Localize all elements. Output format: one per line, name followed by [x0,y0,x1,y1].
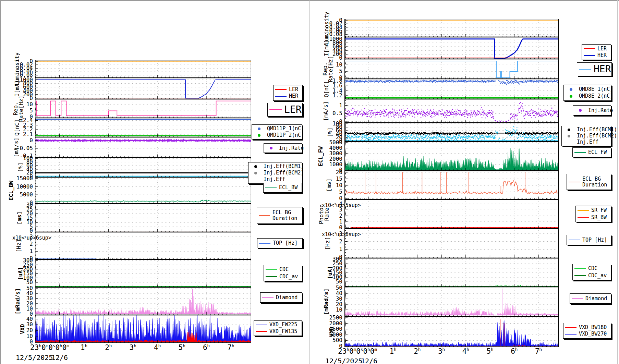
right-legend-qmd: QMD8E_1(nC)QMD8E_2(nC) [563,85,611,101]
legend-label: LER [597,46,607,52]
legend-line-marker [584,55,595,56]
legend-dot-marker [579,109,582,112]
right-legend-vxd: VXD_BW180VXD_BW270 [563,323,611,339]
legend-label: Diamond [585,296,607,302]
right-legend-ler-her: LERHER [582,44,611,60]
legend-line-marker [266,269,277,270]
date-label: 12/6 [361,357,377,364]
legend-label: Inj.Eff(BCM1) [577,127,617,133]
legend-label: VXD_FW135 [269,329,297,335]
legend-label: CDC_av [588,273,607,279]
legend-label: SR_BW [591,215,607,220]
axis-title: [%] [18,162,23,172]
x-tick-label: 4h [146,343,168,352]
legend-label: QMD11P_2(nC) [267,132,304,138]
legend-dot-marker [570,95,572,98]
legend-item: QMD11P_1(nC) [254,126,300,132]
right-plot-qnc [344,79,559,99]
left-legend-inj-eff: Inj.Eff(BCM1)Inj.Eff(BCM2)Inj.Eff [248,162,302,184]
monitoring-dashboard: 0-0.02-0.04-0.06-0.08Luminosity100080060… [0,0,619,364]
legend-no-marker [254,178,257,181]
y-tick-label: 10 [1,333,33,339]
legend-item: QMD8E_2(nC) [566,93,609,99]
legend-item: CDC [266,267,300,272]
legend-item: LER [275,87,301,93]
legend-item: Inj.Rate [266,145,300,151]
axis-title: I[mA] [324,40,329,56]
legend-item: Inj.Eff [563,139,609,145]
legend-dot-marker [570,88,572,91]
legend-line-marker [578,217,589,218]
legend-label: QMD11P_1(nC) [267,126,304,132]
left-legend-eclbw: ECL_BW [263,183,302,193]
x-tick-label: 2h [97,343,119,352]
axis-title: [Hz] [16,239,22,253]
axis-title: VXD [329,327,335,337]
legend-label: CDC_av [279,274,298,280]
legend-line-marker [259,243,270,244]
date-label: 12/5/2025 [325,357,362,364]
legend-label: Inj.Eff [264,177,285,182]
legend-dot-marker [568,129,570,131]
left-plot-vxd [35,315,251,343]
axis-title: Q[nC] [14,119,20,136]
axis-title: [ms] [17,211,22,225]
axis-title: [mRad/s] [15,288,21,314]
legend-label: TOP [Hz] [582,237,607,243]
x-tick-label: 5h [171,343,193,352]
axis-title: I[mA] [14,80,20,97]
right-legend-eclfw: ECL_FW [572,147,611,157]
legend-label: CDC [279,267,289,272]
y-tick-label: 0 [1,228,33,234]
legend-item: ECL_BW [265,185,300,191]
legend-item: VXD_FW135 [256,329,300,335]
x-tick-label: 4h [455,347,477,355]
legend-label: QMD8E_2(nC) [579,93,613,99]
right-legend-sr: SR_FWSR_BW [575,206,611,222]
legend-item: LER [269,105,301,115]
legend-line-marker [574,152,586,153]
left-plot-ima [35,78,251,99]
left-plot-hz [35,232,251,259]
left-plot-mas [35,137,251,157]
legend-line-marker [256,331,267,332]
right-plot-rep [344,59,559,79]
y-tick-label: 500 [311,337,342,343]
date-label: 12/5/2025 [16,353,53,362]
axis-title: ECL_BW [9,181,14,201]
legend-item: Inj.Eff(BCM1) [250,163,300,169]
left-legend-qmd: QMD11P_1(nC)QMD11P_2(nC) [252,124,302,139]
right-plot-hz [344,229,559,258]
axis-title: [uA] [327,266,333,279]
legend-label: Inj.Eff(BCM1) [264,163,304,169]
legend-item: QMD11P_2(nC) [254,132,300,138]
legend-label: VXD_BW180 [579,325,607,330]
date-label: 12/6 [51,353,68,362]
legend-item: SR_BW [578,215,609,220]
left-plot-ms [35,204,251,232]
x-axis-start-label: 23h0m0s0h0m [30,343,69,352]
left-legend-cdc: CDCCDC_av [264,265,302,281]
legend-line-marker [578,210,589,211]
legend-dot-marker [568,135,570,137]
legend-line-marker [572,298,583,299]
left-plot-ua [35,259,251,287]
legend-label: VXD_FW225 [269,322,297,328]
legend-item: Inj.Eff [250,177,300,182]
legend-line-marker [574,275,586,276]
y-tick-label: 15000 [1,175,33,182]
legend-item: TOP [Hz] [259,240,301,246]
right-legend-inj-eff: Inj.Eff(BCM1)Inj.Eff(BCM2)Inj.Eff [561,126,611,146]
legend-label: ECL BG Duration [582,176,607,188]
left-plot-pct [35,157,251,177]
panel-divider [310,0,310,364]
legend-line-marker [565,327,576,328]
axis-title: [mA/s] [323,101,329,121]
legend-line-marker [275,96,287,97]
y-tick-label: 0 [1,339,33,345]
left-plot-qnc [35,118,251,137]
axis-title: VXD [20,324,25,334]
x-tick-label: 1h [382,347,404,355]
axis-title: Q[nC] [324,81,329,97]
x-tick-label: 6h [195,343,217,352]
